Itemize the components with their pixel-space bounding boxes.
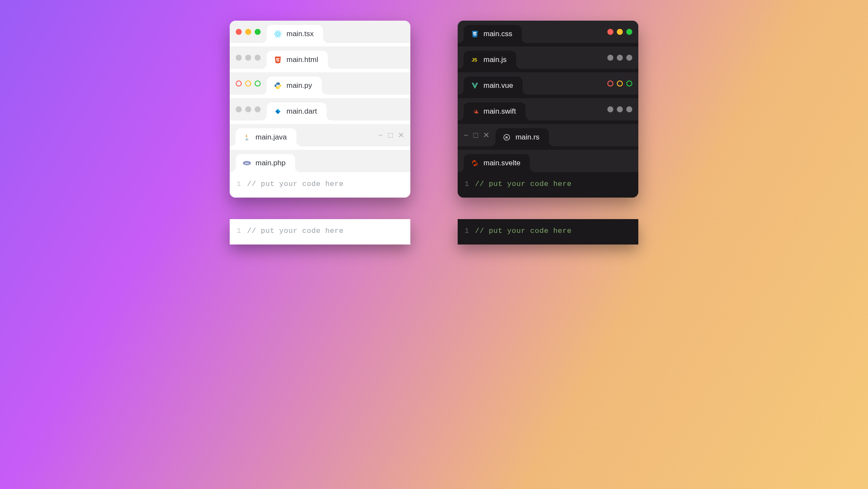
- tab-label: main.py: [286, 81, 312, 90]
- close-dot-icon[interactable]: [236, 29, 242, 35]
- traffic-lights-ring-color[interactable]: [607, 80, 632, 87]
- traffic-lights-filled-gray[interactable]: [607, 55, 632, 61]
- tab-label: main.swift: [483, 107, 516, 116]
- svg-text:R: R: [506, 136, 508, 139]
- tab-row-vue: main.vue: [458, 72, 638, 95]
- dot-icon[interactable]: [617, 55, 623, 61]
- code-area[interactable]: 1 // put your code here: [458, 172, 638, 198]
- code-area[interactable]: 1 // put your code here: [458, 219, 638, 244]
- tab-main-tsx[interactable]: main.tsx: [267, 25, 323, 43]
- tab-row-tsx: main.tsx: [230, 21, 410, 43]
- tab-main-java[interactable]: main.java: [236, 128, 296, 146]
- tab-main-svelte[interactable]: main.svelte: [464, 154, 530, 172]
- code-comment: // put your code here: [247, 227, 344, 235]
- tab-label: main.php: [255, 159, 286, 167]
- tab-label: main.html: [286, 56, 318, 64]
- tab-main-vue[interactable]: main.vue: [464, 77, 523, 95]
- tab-row-php: php main.php: [230, 150, 410, 172]
- line-number: 1: [465, 227, 469, 235]
- maximize-icon[interactable]: □: [388, 131, 393, 140]
- code-area[interactable]: 1 // put your code here: [230, 172, 410, 198]
- close-icon[interactable]: ✕: [398, 130, 404, 140]
- editor-mini-light: 1 // put your code here: [230, 219, 410, 244]
- minimize-dot-icon[interactable]: [245, 29, 251, 35]
- php-icon: php: [243, 159, 251, 167]
- line-number: 1: [237, 227, 241, 235]
- code-area[interactable]: 1 // put your code here: [230, 219, 410, 244]
- tab-row-dart: main.dart: [230, 98, 410, 121]
- close-dot-icon[interactable]: [607, 29, 613, 35]
- maximize-icon[interactable]: □: [474, 131, 478, 140]
- html5-icon: [274, 56, 282, 64]
- line-number: 1: [465, 180, 469, 188]
- line-number: 1: [237, 180, 241, 188]
- ring-icon[interactable]: [236, 106, 242, 112]
- react-icon: [274, 30, 282, 38]
- dot-icon[interactable]: [255, 55, 261, 61]
- tab-label: main.svelte: [483, 159, 520, 167]
- swift-icon: [471, 107, 479, 116]
- svg-text:JS: JS: [472, 57, 477, 62]
- svg-point-3: [277, 34, 279, 35]
- close-ring-icon[interactable]: [236, 80, 242, 87]
- editor-mini-dark: 1 // put your code here: [458, 219, 638, 244]
- editor-card-dark: main.css JS main.js: [458, 21, 638, 198]
- tab-main-html[interactable]: main.html: [267, 51, 328, 69]
- js-icon: JS: [471, 56, 479, 64]
- python-icon: [274, 81, 282, 90]
- tab-label: main.vue: [483, 81, 513, 90]
- ring-icon[interactable]: [607, 106, 613, 112]
- java-icon: [243, 133, 251, 142]
- traffic-lights-filled-gray[interactable]: [236, 55, 261, 61]
- traffic-lights-filled-color[interactable]: [607, 29, 632, 35]
- tab-label: main.java: [255, 133, 287, 142]
- dot-icon[interactable]: [245, 55, 251, 61]
- minimize-ring-icon[interactable]: [617, 80, 623, 87]
- code-comment: // put your code here: [475, 227, 572, 235]
- traffic-lights-ring-color[interactable]: [236, 80, 261, 87]
- tab-main-css[interactable]: main.css: [464, 25, 522, 43]
- tab-row-py: main.py: [230, 72, 410, 95]
- window-controls[interactable]: − □ ✕: [379, 130, 404, 140]
- dot-icon[interactable]: [626, 55, 632, 61]
- ring-icon[interactable]: [626, 106, 632, 112]
- tab-main-js[interactable]: JS main.js: [464, 51, 516, 69]
- tab-row-js: JS main.js: [458, 46, 638, 69]
- editor-card-light: main.tsx main.html: [230, 21, 410, 198]
- tab-main-py[interactable]: main.py: [267, 77, 322, 95]
- tab-row-css: main.css: [458, 21, 638, 43]
- dot-icon[interactable]: [607, 55, 613, 61]
- tab-main-php[interactable]: php main.php: [236, 154, 295, 172]
- dart-icon: [274, 107, 282, 116]
- traffic-lights-ring-gray[interactable]: [236, 106, 261, 112]
- svelte-icon: [471, 159, 479, 167]
- minimize-icon[interactable]: −: [379, 131, 383, 140]
- tab-label: main.dart: [286, 107, 317, 116]
- zoom-dot-icon[interactable]: [626, 29, 632, 35]
- dot-icon[interactable]: [236, 55, 242, 61]
- traffic-lights-filled-color[interactable]: [236, 29, 261, 35]
- ring-icon[interactable]: [245, 106, 251, 112]
- tab-label: main.rs: [515, 133, 539, 142]
- rust-icon: R: [502, 133, 511, 142]
- minimize-icon[interactable]: −: [464, 131, 468, 140]
- tab-row-svelte: main.svelte: [458, 150, 638, 172]
- css3-icon: [471, 30, 479, 38]
- code-comment: // put your code here: [475, 180, 572, 188]
- tab-row-rs: − □ ✕ R main.rs: [458, 124, 638, 146]
- minimize-ring-icon[interactable]: [245, 80, 251, 87]
- close-ring-icon[interactable]: [607, 80, 613, 87]
- ring-icon[interactable]: [617, 106, 623, 112]
- tab-main-dart[interactable]: main.dart: [267, 102, 326, 121]
- tab-main-swift[interactable]: main.swift: [464, 102, 526, 121]
- tab-row-java: main.java − □ ✕: [230, 124, 410, 146]
- zoom-dot-icon[interactable]: [255, 29, 261, 35]
- traffic-lights-ring-gray[interactable]: [607, 106, 632, 112]
- tab-main-rs[interactable]: R main.rs: [496, 128, 549, 146]
- window-controls[interactable]: − □ ✕: [464, 130, 489, 140]
- zoom-ring-icon[interactable]: [255, 80, 261, 87]
- zoom-ring-icon[interactable]: [626, 80, 632, 87]
- minimize-dot-icon[interactable]: [617, 29, 623, 35]
- ring-icon[interactable]: [255, 106, 261, 112]
- close-icon[interactable]: ✕: [483, 130, 489, 140]
